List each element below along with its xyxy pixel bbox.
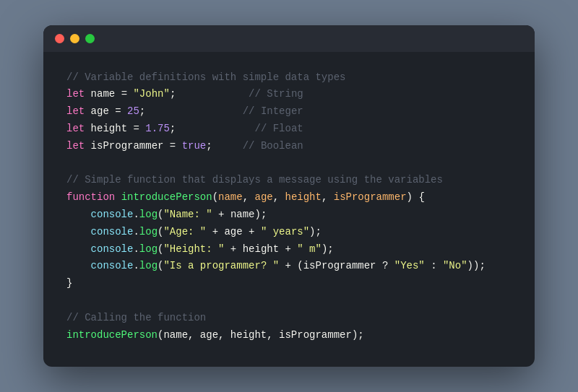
log-age-line: console.log("Age: " + age + " years"); xyxy=(66,224,512,241)
minimize-dot[interactable] xyxy=(70,34,79,43)
func-call-line: introducePerson(name, age, height, isPro… xyxy=(66,327,512,344)
empty-line-1 xyxy=(66,155,512,173)
comment-line-3: // Calling the function xyxy=(66,310,512,327)
maximize-dot[interactable] xyxy=(85,34,95,43)
code-editor: // Variable definitions with simple data… xyxy=(43,52,535,367)
comment-line-1: // Variable definitions with simple data… xyxy=(66,69,512,87)
log-isprog-line: console.log("Is a programmer? " + (isPro… xyxy=(66,258,512,275)
var-height-line: let height = 1.75; // Float xyxy=(66,121,512,138)
var-name-line: let name = "John"; // String xyxy=(66,86,512,103)
log-name-line: console.log("Name: " + name); xyxy=(66,206,512,224)
title-bar xyxy=(43,25,535,52)
empty-line-2 xyxy=(66,292,512,310)
func-def-line: function introducePerson(name, age, heig… xyxy=(66,189,512,206)
var-isprog-line: let isProgrammer = true; // Boolean xyxy=(66,138,512,155)
close-dot[interactable] xyxy=(55,34,64,43)
close-brace-line: } xyxy=(66,275,512,292)
comment-line-2: // Simple function that displays a messa… xyxy=(66,172,512,189)
log-height-line: console.log("Height: " + height + " m"); xyxy=(66,241,512,258)
var-age-line: let age = 25; // Integer xyxy=(66,103,512,121)
code-window: // Variable definitions with simple data… xyxy=(43,25,535,367)
